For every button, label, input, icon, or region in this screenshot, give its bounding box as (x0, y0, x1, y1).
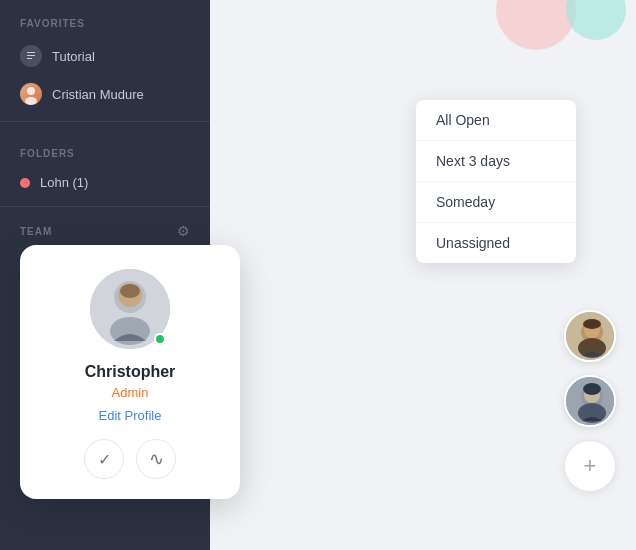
team-header: TEAM ⚙ (20, 223, 190, 239)
sidebar-item-lohn[interactable]: Lohn (1) (0, 167, 210, 198)
checkmark-icon: ✓ (98, 450, 111, 469)
cristian-label: Cristian Mudure (52, 87, 144, 102)
lohn-dot (20, 178, 30, 188)
tutorial-label: Tutorial (52, 49, 95, 64)
main-content: All Open Next 3 days Someday Unassigned … (210, 0, 636, 550)
filter-item-next-3-days[interactable]: Next 3 days (416, 141, 576, 182)
svg-point-18 (120, 284, 140, 298)
activity-icon: ∿ (149, 448, 164, 470)
profile-avatar-wrap (90, 269, 170, 349)
svg-point-22 (583, 319, 601, 329)
profile-online-dot (154, 333, 166, 345)
sidebar-divider-2 (0, 206, 210, 207)
tutorial-icon (20, 45, 42, 67)
profile-role: Admin (112, 385, 149, 400)
gear-icon[interactable]: ⚙ (177, 223, 190, 239)
favorites-section-label: FAVORITES (0, 0, 210, 37)
profile-actions: ✓ ∿ (84, 439, 176, 479)
svg-point-0 (27, 87, 35, 95)
cristian-avatar (20, 83, 42, 105)
sidebar: FAVORITES Tutorial Cristian Mudure FOLDE… (0, 0, 210, 550)
filter-item-all-open[interactable]: All Open (416, 100, 576, 141)
svg-point-27 (583, 383, 601, 395)
svg-point-1 (25, 97, 37, 105)
deco-circle-pink (496, 0, 576, 50)
checkmark-button[interactable]: ✓ (84, 439, 124, 479)
lohn-label: Lohn (1) (40, 175, 88, 190)
filter-item-someday[interactable]: Someday (416, 182, 576, 223)
add-button[interactable]: + (564, 440, 616, 492)
team-label: TEAM (20, 226, 52, 237)
right-avatar-1[interactable] (564, 310, 616, 362)
activity-button[interactable]: ∿ (136, 439, 176, 479)
filter-menu: All Open Next 3 days Someday Unassigned (416, 100, 576, 263)
sidebar-item-tutorial[interactable]: Tutorial (0, 37, 210, 75)
profile-name: Christopher (85, 363, 176, 381)
sidebar-divider-1 (0, 121, 210, 122)
filter-item-unassigned[interactable]: Unassigned (416, 223, 576, 263)
profile-popup: Christopher Admin Edit Profile ✓ ∿ (20, 245, 240, 499)
edit-profile-link[interactable]: Edit Profile (99, 408, 162, 423)
deco-circle-teal (566, 0, 626, 40)
sidebar-item-cristian[interactable]: Cristian Mudure (0, 75, 210, 113)
folders-section-label: FOLDERS (0, 130, 210, 167)
right-avatar-2[interactable] (564, 375, 616, 427)
